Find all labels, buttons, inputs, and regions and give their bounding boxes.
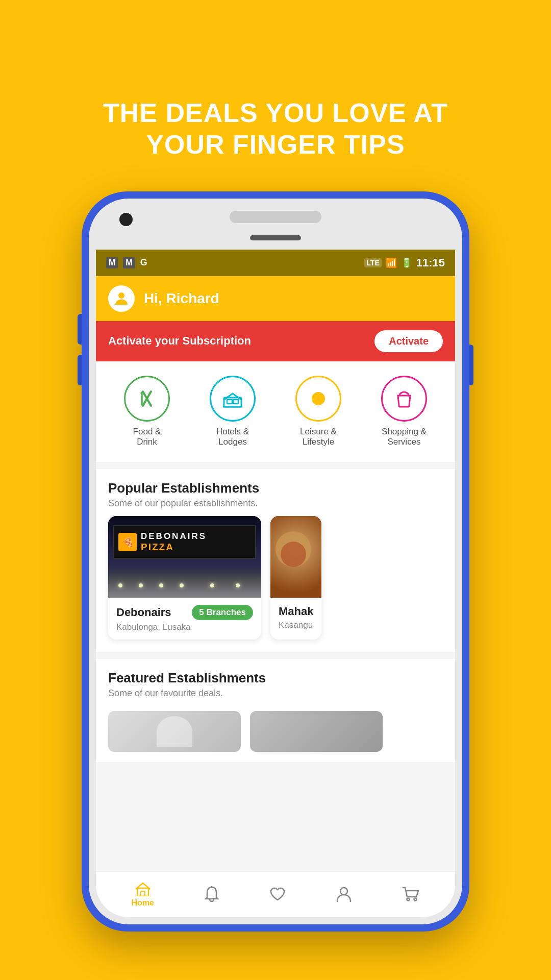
mahak-location: Kasangu [279,620,313,630]
phone-inner-bezel: M M G LTE 📶 🔋 11:15 [89,199,462,924]
activate-button[interactable]: Activate [374,330,443,352]
greeting-text: Hi, Richard [144,290,219,307]
leisure-label: Leisure &Lifestyle [300,427,337,448]
svg-rect-17 [137,888,148,896]
bottom-nav: Home [96,871,455,917]
mahak-name: Mahak [279,605,313,618]
status-right-info: LTE 📶 🔋 11:15 [364,256,445,270]
nav-profile[interactable] [336,886,352,902]
nav-favourites[interactable] [269,887,286,902]
featured-section-header: Featured Establishments Some of our favo… [96,659,455,707]
cart-icon [402,887,419,902]
phone-screen: M M G LTE 📶 🔋 11:15 [96,250,455,917]
svg-rect-18 [141,891,145,896]
svg-line-13 [311,391,313,394]
profile-nav-icon [336,886,352,902]
status-bar: M M G LTE 📶 🔋 11:15 [96,250,455,276]
home-icon [135,881,151,896]
nav-cart[interactable] [402,887,419,902]
popular-section-header: Popular Establishments Some of our popul… [96,469,455,512]
mahak-card-body: Mahak Kasangu [270,598,321,638]
battery-icon: 🔋 [401,257,412,268]
featured-title: Featured Establishments [108,670,443,686]
home-indicator [250,235,301,240]
svg-point-22 [414,898,417,901]
debonairs-name: Debonairs [116,606,171,619]
svg-line-15 [323,391,325,394]
leisure-icon-circle [295,376,341,422]
establishments-scroll[interactable]: 🍕 DEBONAIRS PIZZA [96,512,455,652]
branches-badge: 5 Branches [192,605,253,620]
phone-speaker [230,211,321,223]
debonairs-image: 🍕 DEBONAIRS PIZZA [108,516,261,598]
heart-icon [269,887,286,902]
debonairs-card[interactable]: 🍕 DEBONAIRS PIZZA [108,516,261,640]
signal-icon: 📶 [386,257,397,268]
gmail-icon-2: M [123,257,135,268]
svg-point-8 [312,393,324,405]
hotels-label: Hotels &Lodges [216,427,249,448]
svg-rect-6 [233,400,238,404]
food-drink-label: Food &Drink [133,427,161,448]
gmail-icon-1: M [106,257,118,268]
featured-card-2[interactable] [250,711,383,752]
status-left-icons: M M G [106,257,147,268]
popular-title: Popular Establishments [108,480,443,496]
google-icon: G [140,257,147,268]
popular-subtitle: Some of our popular establishments. [108,498,443,509]
hero-section: THE DEALS YOU LOVE AT YOUR FINGER TIPS [0,0,551,161]
hero-tagline: THE DEALS YOU LOVE AT YOUR FINGER TIPS [0,97,551,161]
bell-icon [205,886,219,902]
home-nav-label: Home [132,898,154,908]
phone-side-button-right [469,345,473,385]
front-camera [119,213,133,226]
subscription-text: Activate your Subscription [108,334,251,348]
app-header: Hi, Richard [96,276,455,321]
content-area[interactable]: Food &Drink Hotels &Lodg [96,361,455,871]
lte-indicator: LTE [364,258,381,267]
phone-wrapper: M M G LTE 📶 🔋 11:15 [82,191,469,932]
shopping-icon-circle [381,376,427,422]
featured-card-1[interactable] [108,711,241,752]
svg-point-0 [118,292,124,299]
nav-home[interactable]: Home [132,881,154,908]
mahak-image [270,516,321,598]
svg-rect-5 [227,400,232,404]
featured-subtitle: Some of our favourite deals. [108,688,443,699]
featured-cards-row[interactable] [96,707,455,762]
status-time: 11:15 [416,256,445,270]
categories-section: Food &Drink Hotels &Lodg [96,361,455,462]
food-drink-icon-circle [124,376,170,422]
hotels-icon-circle [210,376,256,422]
svg-point-20 [340,888,347,895]
debonairs-name-row: Debonairs 5 Branches [116,605,253,620]
svg-line-16 [311,404,313,406]
debonairs-location: Kabulonga, Lusaka [116,622,253,632]
category-hotels[interactable]: Hotels &Lodges [210,376,256,448]
nav-notifications[interactable] [205,886,219,902]
category-shopping[interactable]: Shopping &Services [381,376,427,448]
hero-line1: THE DEALS YOU LOVE AT [41,97,510,129]
hero-line2: YOUR FINGER TIPS [41,129,510,160]
debonairs-card-body: Debonairs 5 Branches Kabulonga, Lusaka [108,598,261,640]
phone-side-button-left-2 [78,355,82,385]
mahak-card[interactable]: Mahak Kasangu [270,516,321,640]
subscription-banner: Activate your Subscription Activate [96,321,455,361]
svg-line-14 [323,404,325,406]
shopping-label: Shopping &Services [382,427,427,448]
category-food[interactable]: Food &Drink [124,376,170,448]
avatar [108,285,135,312]
svg-point-21 [407,898,410,901]
phone-side-button-left-1 [78,314,82,345]
category-leisure[interactable]: Leisure &Lifestyle [295,376,341,448]
